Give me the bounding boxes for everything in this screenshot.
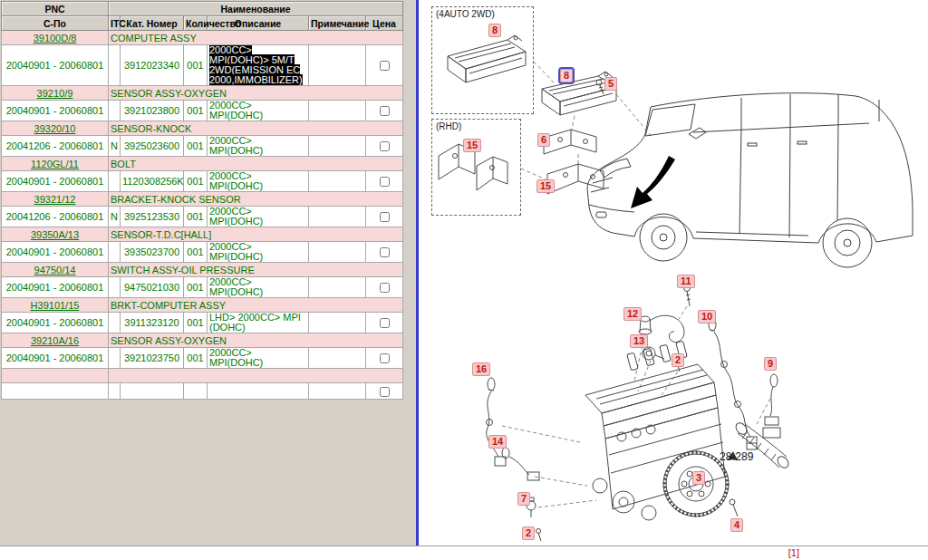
select-checkbox[interactable] <box>380 212 390 222</box>
table-row: 20040901 - 20060801 3911323120 001 LHD> … <box>2 313 403 333</box>
pnc-link[interactable]: 39321/12 <box>34 194 76 205</box>
period-cell: 20040901 - 20060801 <box>2 45 109 86</box>
callout-6[interactable]: 6 <box>537 133 550 147</box>
group-name-cell: BOLT <box>109 157 403 171</box>
select-checkbox[interactable] <box>380 283 390 293</box>
callout-2[interactable]: 2 <box>522 526 535 540</box>
pnc-cell: 39210A/16 <box>2 333 109 348</box>
select-checkbox[interactable] <box>380 247 390 257</box>
callout-15[interactable]: 15 <box>463 139 481 152</box>
pnc-cell <box>2 369 109 383</box>
description-cell[interactable]: 2000CC> MPI(DOHC) <box>208 242 309 263</box>
select-checkbox[interactable] <box>380 106 390 116</box>
period-cell <box>2 383 109 400</box>
select-checkbox[interactable] <box>380 61 390 71</box>
parts-table: PNC Наименование С-По ITC Кат. Номер Кол… <box>1 1 403 400</box>
callout-2[interactable]: 2 <box>672 353 684 367</box>
description-text: 2000CC> MPI(DOHC) <box>209 348 263 369</box>
table-group-row: 39350A/13 SENSOR-T.D.C[HALL] <box>2 227 403 242</box>
description-text: 2000CC> MPI(DOHC) <box>209 207 263 227</box>
pnc-link[interactable]: 39350A/13 <box>31 229 79 240</box>
callout-13[interactable]: 13 <box>630 334 648 348</box>
callout-12[interactable]: 12 <box>624 307 642 321</box>
part-number-cell: 3911323120 <box>121 313 184 333</box>
select-checkbox[interactable] <box>380 141 390 151</box>
callout-7[interactable]: 7 <box>517 492 530 506</box>
callout-10[interactable]: 10 <box>698 310 716 323</box>
period-cell: 20040901 - 20060801 <box>2 277 109 298</box>
callout-14[interactable]: 14 <box>488 435 507 449</box>
select-checkbox[interactable] <box>380 177 390 187</box>
page-indicator[interactable]: [1] <box>788 547 799 558</box>
table-row: 20040901 - 20060801 3912023340 001 2000C… <box>2 45 403 86</box>
oxygen-sensor-16-drawing <box>487 378 507 466</box>
table-group-row: 94750/14 SWITCH ASSY-OIL PRESSURE <box>2 263 403 277</box>
pnc-cell: H39101/15 <box>2 298 109 313</box>
select-checkbox[interactable] <box>380 353 390 363</box>
table-group-row <box>2 369 403 383</box>
screw-drawing <box>596 80 604 94</box>
pnc-link[interactable]: 39210/9 <box>37 88 73 99</box>
select-checkbox[interactable] <box>380 387 390 397</box>
qty-cell: 001 <box>184 101 208 121</box>
itc-cell <box>109 277 121 298</box>
callout-4[interactable]: 4 <box>730 518 743 532</box>
table-row: 20040901 - 20060801 9475021030 001 2000C… <box>2 277 403 298</box>
table-row: 20041206 - 20060801 N 3925023600 001 200… <box>2 136 403 157</box>
pnc-cell: 94750/14 <box>2 263 109 277</box>
group-name-cell: COMPUTER ASSY <box>109 31 403 45</box>
description-cell[interactable]: 2000CC> MPI(DOHC) <box>208 136 309 157</box>
description-cell[interactable]: 2000CC> MPI(DOHC) <box>208 171 309 192</box>
table-row: 20040901 - 20060801 3935023700 001 2000C… <box>2 242 403 263</box>
callout-5[interactable]: 5 <box>604 77 617 91</box>
itc-cell <box>109 242 121 263</box>
table-row: 20041206 - 20060801 N 3925123530 001 200… <box>2 207 403 227</box>
callout-8-selected[interactable]: 8 <box>560 69 573 82</box>
description-cell[interactable]: 2000CC> MPI(DOHC)> 5M/T 2WD(EMISSION EC … <box>208 45 309 86</box>
location-arrow <box>631 156 675 208</box>
qty-cell: 001 <box>184 171 208 192</box>
description-cell[interactable] <box>208 383 309 400</box>
col-price-header: Цена <box>366 16 403 31</box>
description-cell[interactable]: 2000CC> MPI(DOHC) <box>208 101 309 121</box>
callout-11[interactable]: 11 <box>677 275 695 288</box>
description-cell[interactable]: 2000CC> MPI(DOHC) <box>208 277 309 298</box>
qty-cell: 001 <box>184 348 208 369</box>
group-name-cell: SENSOR-KNOCK <box>109 121 403 136</box>
callout-8[interactable]: 8 <box>488 24 501 37</box>
pnc-link[interactable]: 39210A/16 <box>31 335 79 346</box>
part-number-cell: 9475021030 <box>121 277 184 298</box>
table-group-row: 39210A/16 SENSOR ASSY-OXYGEN <box>2 333 403 348</box>
description-cell[interactable]: 2000CC> MPI(DOHC) <box>208 348 309 369</box>
note-cell <box>309 207 366 227</box>
sensor-14-drawing <box>502 448 539 480</box>
pnc-link[interactable]: 39100D/8 <box>34 33 77 43</box>
description-cell[interactable]: LHD> 2000CC> MPI (DOHC) <box>208 313 309 333</box>
callout-16[interactable]: 16 <box>472 362 490 376</box>
part-number-cell: 3921023750 <box>121 348 184 369</box>
description-text: 2000CC> MPI(DOHC) <box>209 242 263 263</box>
table-group-row: 39321/12 BRACKET-KNOCK SENSOR <box>2 192 403 207</box>
callout-3[interactable]: 3 <box>692 471 705 485</box>
period-cell: 20041206 - 20060801 <box>2 207 109 227</box>
pnc-cell: 39350A/13 <box>2 227 109 242</box>
pnc-link[interactable]: H39101/15 <box>31 300 80 311</box>
note-cell <box>309 348 366 369</box>
description-cell[interactable]: 2000CC> MPI(DOHC) <box>208 207 309 227</box>
table-group-row: 39210/9 SENSOR ASSY-OXYGEN <box>2 86 403 101</box>
pnc-link[interactable]: 1120GL/11 <box>31 159 79 169</box>
select-checkbox[interactable] <box>380 318 390 328</box>
callout-15[interactable]: 15 <box>536 179 555 193</box>
pnc-link[interactable]: 39320/10 <box>34 123 76 134</box>
description-text-selected: 2000CC> MPI(DOHC)> 5M/T 2WD(EMISSION EC … <box>209 45 303 86</box>
price-cell <box>366 277 403 298</box>
price-cell <box>366 383 403 400</box>
group-name-cell: SENSOR-T.D.C[HALL] <box>109 227 403 242</box>
cross-reference-label[interactable]: 28-289 <box>720 450 753 463</box>
pnc-link[interactable]: 94750/14 <box>34 265 76 275</box>
note-cell <box>309 313 366 333</box>
callout-9[interactable]: 9 <box>764 357 777 371</box>
description-text: 2000CC> MPI(DOHC) <box>209 277 263 298</box>
status-bar: [1] <box>0 546 928 560</box>
period-cell: 20041206 - 20060801 <box>2 136 109 157</box>
